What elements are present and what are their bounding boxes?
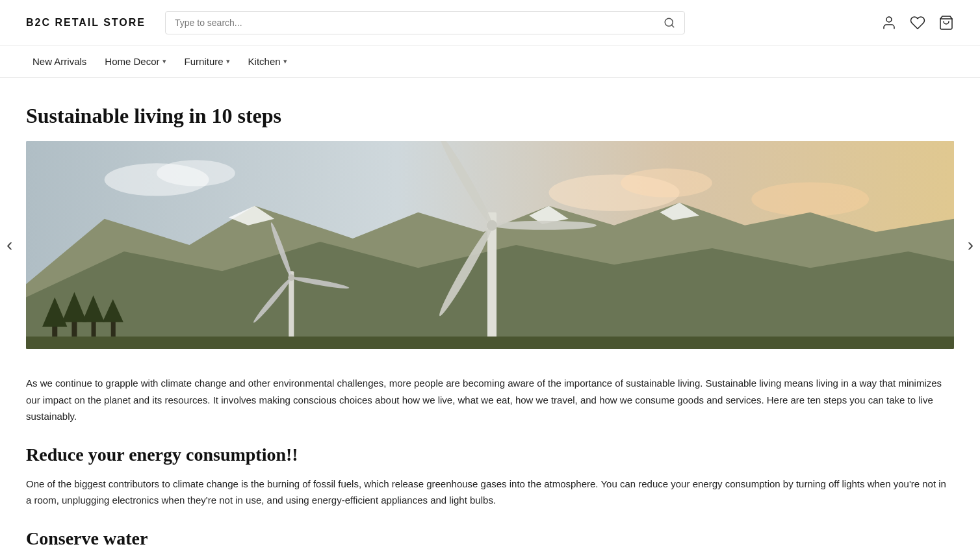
nav-label-furniture: Furniture (185, 56, 224, 67)
main-nav: New Arrivals Home Decor ▾ Furniture ▾ Ki… (0, 45, 980, 78)
section-heading-0: Reduce your energy consumption!! (26, 444, 954, 465)
article-body: As we continue to grapple with climate c… (26, 375, 954, 553)
svg-line-1 (672, 25, 674, 27)
nav-label-new-arrivals: New Arrivals (32, 56, 86, 67)
svg-point-25 (492, 221, 597, 230)
account-icon (881, 15, 897, 31)
article-intro: As we continue to grapple with climate c… (26, 375, 954, 425)
nav-item-home-decor[interactable]: Home Decor ▾ (98, 52, 172, 71)
svg-point-6 (157, 160, 235, 186)
svg-point-9 (751, 182, 869, 216)
nav-item-furniture[interactable]: Furniture ▾ (178, 52, 237, 71)
section-heading-1: Conserve water (26, 528, 954, 549)
slider-prev-button[interactable]: ‹ (0, 228, 19, 262)
header: B2C RETAIL STORE (0, 0, 980, 45)
nav-item-new-arrivals[interactable]: New Arrivals (26, 52, 93, 71)
heart-icon (910, 15, 925, 31)
cart-button[interactable] (938, 15, 954, 31)
account-button[interactable] (881, 15, 897, 31)
nav-label-kitchen: Kitchen (248, 56, 281, 67)
wishlist-button[interactable] (910, 15, 925, 31)
main-content: Sustainable living in 10 steps ‹ (0, 78, 980, 553)
chevron-down-icon: ▾ (283, 57, 287, 66)
search-icon (664, 17, 675, 29)
svg-point-27 (487, 220, 497, 231)
svg-rect-33 (26, 337, 954, 349)
svg-point-32 (288, 274, 294, 281)
wind-turbine-scene (26, 141, 954, 349)
slider-image (26, 141, 954, 349)
logo: B2C RETAIL STORE (26, 17, 146, 29)
nav-label-home-decor: Home Decor (105, 56, 159, 67)
section-text-0: One of the biggest contributors to clima… (26, 476, 954, 509)
search-button[interactable] (664, 17, 675, 29)
article-title: Sustainable living in 10 steps (26, 104, 954, 128)
svg-point-8 (621, 168, 712, 197)
chevron-down-icon: ▾ (162, 57, 166, 66)
header-icons (881, 15, 954, 31)
bag-icon (938, 15, 954, 31)
search-input[interactable] (175, 18, 664, 28)
slider-next-button[interactable]: › (961, 228, 980, 262)
chevron-down-icon: ▾ (226, 57, 230, 66)
image-slider: ‹ (26, 141, 954, 349)
svg-point-2 (886, 17, 892, 22)
search-bar (165, 11, 685, 34)
nav-item-kitchen[interactable]: Kitchen ▾ (242, 52, 294, 71)
